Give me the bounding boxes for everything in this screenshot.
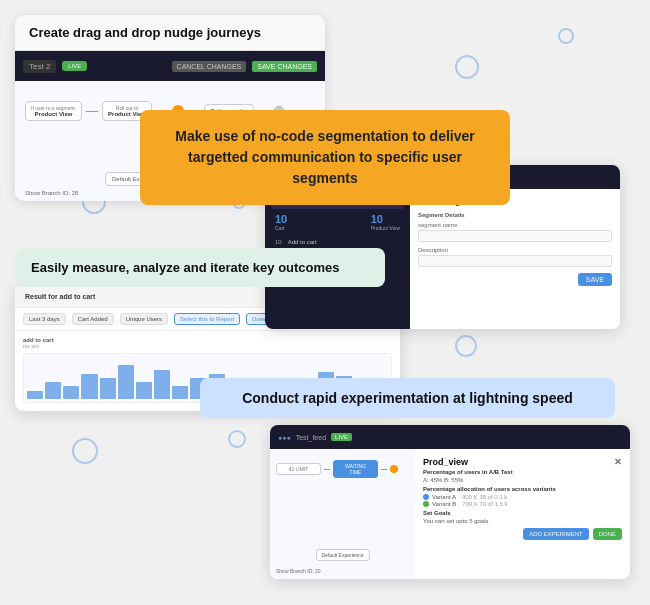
s4-stats-panel: Prod_view ✕ Percentage of users in A/B T… [415,449,630,579]
s4-live-badge: LIVE [331,433,352,441]
bar-7 [136,382,152,399]
seg-name-label: segment name [418,222,612,228]
s4-top-bar: ●●● Test_feed LIVE [270,425,630,449]
s4-legend-b-label: Variant B [432,501,456,507]
s4-stat1-value: A: 45% B: 55% [423,477,622,483]
drag-drop-header: Create drag and drop nudge journeys [15,15,325,51]
s4-branch-label: Show Branch ID: 20 [276,568,320,574]
analytics-banner-text: Easily measure, analyze and iterate key … [31,260,340,275]
live-badge: LIVE [62,61,87,71]
s4-conn-2 [381,469,387,470]
s4-legend-b-value: 700 K 70 of 1.5 k [462,501,507,507]
add-experiment-btn[interactable]: ADD EXPERIMENT [523,528,588,540]
cancel-changes-btn[interactable]: CANCEL CHANGES [172,61,247,72]
s4-orange-dot [390,465,398,473]
s4-stat2-title: Percentage allocation of users across va… [423,486,622,492]
s4-stat1-title: Percentage of users in A/B Test [423,469,622,475]
s4-close-btn[interactable]: ✕ [614,457,622,467]
s4-dots: ●●● [278,434,291,441]
main-container: Create drag and drop nudge journeys Test… [0,0,650,605]
s4-legend-b: Variant B 700 K 70 of 1.5 k [423,501,622,507]
s4-node-1: 41 LIMIT [276,463,321,475]
connector-1 [86,111,98,112]
seg-name-input[interactable] [418,230,612,242]
s4-panel-title: Prod_view [423,457,468,467]
s4-body: 41 LIMIT WAITING TIME Default Experience… [270,449,630,579]
branch-label: Show Branch ID: 28 [25,190,78,196]
experiment-banner: Conduct rapid experimentation at lightni… [200,378,615,418]
segmentation-banner-text: Make use of no-code segmentation to deli… [175,128,475,186]
s4-legend-a-dot [423,494,429,500]
deco-circle-2 [558,28,574,44]
seg-name-row: segment name [418,222,612,242]
bar-6 [118,365,134,399]
s4-conn-1 [324,469,330,470]
s4-canvas: 41 LIMIT WAITING TIME Default Experience… [270,449,415,579]
s4-goal-title: Set Goals [423,510,622,516]
s4-legend-a-label: Variant A [432,494,456,500]
filter-days[interactable]: Last 3 days [23,313,66,325]
s4-nodes-row: 41 LIMIT WAITING TIME [276,460,409,478]
s4-legend-a: Variant A 900 K 35 of 0.3 k [423,494,622,500]
done-btn[interactable]: DONE [593,528,622,540]
deco-circle-5 [455,335,477,357]
analytics-banner: Easily measure, analyze and iterate key … [15,248,385,287]
analytics-item-sub: no src [23,343,392,349]
seg-desc-label: Description [418,247,612,253]
filter-report-link[interactable]: Select this to Report [174,313,240,325]
bar-5 [100,378,116,399]
experiment-banner-text: Conduct rapid experimentation at lightni… [242,390,573,406]
save-changes-btn[interactable]: SAVE CHANGES [252,61,317,72]
s4-tab-name: Test_feed [296,434,326,441]
s4-goal-sub: You can set upto 5 goals [423,518,622,524]
filter-event[interactable]: Cart Added [72,313,114,325]
seg-desc-input[interactable] [418,255,612,267]
deco-circle-6 [72,438,98,464]
s4-node-2: WAITING TIME [333,460,378,478]
segmentation-banner: Make use of no-code segmentation to deli… [140,110,510,205]
s4-panel-header: Prod_view ✕ [423,457,622,467]
seg-desc-row: Description [418,247,612,267]
node-segment: If user is a segment: Product View [25,101,82,121]
s4-legend-b-dot [423,501,429,507]
s4-goal-section: Set Goals You can set upto 5 goals [423,510,622,524]
s4-default-exp: Default Experience [315,549,369,561]
screen-tab: Test 2 [23,60,56,73]
drag-drop-title: Create drag and drop nudge journeys [29,25,261,40]
bar-2 [45,382,61,399]
s4-legend-a-value: 900 K 35 of 0.3 k [462,494,507,500]
analytics-title: Result for add to cart [25,293,95,300]
drag-drop-screen-bar: Test 2 LIVE CANCEL CHANGES SAVE CHANGES [15,51,325,81]
experiment-screen: ●●● Test_feed LIVE 41 LIMIT WAITING TIME [270,425,630,579]
bar-3 [63,386,79,399]
seg-save-btn[interactable]: SAVE [578,273,612,286]
bar-4 [81,374,97,399]
deco-circle-1 [455,55,479,79]
s4-footer: ADD EXPERIMENT DONE [423,528,622,540]
seg-form: Create Segment Segment Details segment n… [410,189,620,329]
seg-details-label: Segment Details [418,212,612,218]
filter-users[interactable]: Unique Users [120,313,168,325]
bar-9 [172,386,188,399]
deco-circle-7 [228,430,246,448]
bar-8 [154,370,170,399]
seg-footer: SAVE [418,273,612,286]
bar-1 [27,391,43,399]
seg-values-row: 10 Cart 10 Product View [271,211,404,233]
seg-item-2[interactable]: 10 Add to cart [271,235,404,249]
